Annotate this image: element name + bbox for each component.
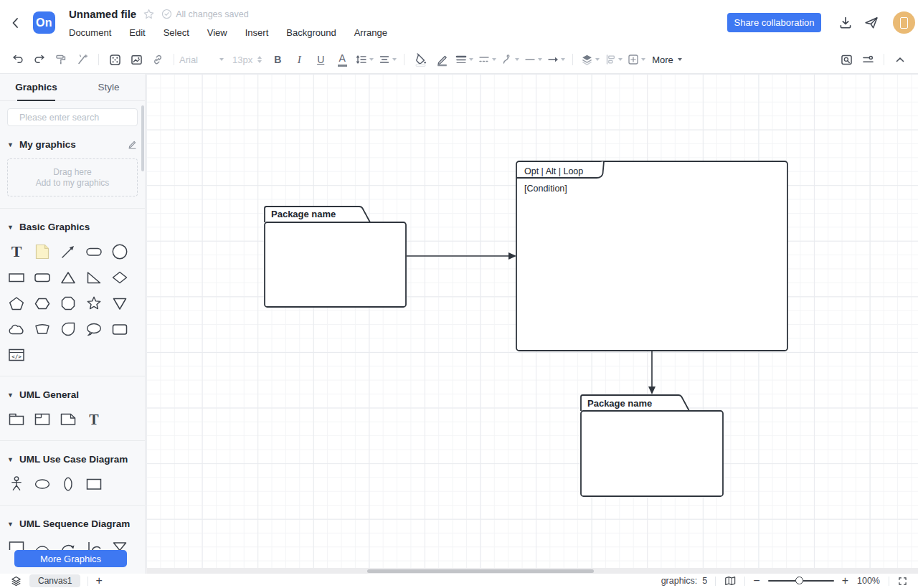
minimap-icon[interactable] <box>724 575 737 587</box>
shape-found-message[interactable] <box>85 539 103 550</box>
edit-pencil-icon[interactable] <box>127 139 138 150</box>
align-objects-icon[interactable] <box>604 50 623 69</box>
layers-icon[interactable] <box>580 50 600 69</box>
zoom-in-button[interactable]: + <box>842 575 848 587</box>
scrollbar-thumb[interactable] <box>367 569 594 573</box>
shape-frame-rectangle[interactable] <box>110 320 129 338</box>
bold-button[interactable]: B <box>269 50 286 69</box>
canvas-horizontal-scrollbar[interactable] <box>146 568 918 574</box>
share-collaboration-button[interactable]: Share collaboration <box>727 13 821 32</box>
line-spacing-icon[interactable] <box>355 50 374 69</box>
shape-star[interactable] <box>85 294 103 313</box>
section-my-graphics[interactable]: ▼ My graphics <box>7 139 138 150</box>
avatar[interactable] <box>893 11 915 34</box>
shape-teardrop[interactable] <box>59 320 77 338</box>
shape-self-message-arc[interactable] <box>59 539 77 550</box>
link-icon[interactable] <box>149 50 166 69</box>
zoom-slider[interactable] <box>768 576 834 586</box>
zoom-level[interactable]: 100% <box>856 576 881 586</box>
tab-style[interactable]: Style <box>72 74 145 100</box>
app-logo[interactable]: On <box>33 11 55 34</box>
magic-pen-icon[interactable] <box>74 50 91 69</box>
line-dash-icon[interactable] <box>478 50 496 69</box>
shape-right-triangle[interactable] <box>85 268 103 287</box>
menu-background[interactable]: Background <box>286 27 336 38</box>
line-width-icon[interactable] <box>455 50 473 69</box>
my-graphics-dropzone[interactable]: Drag here Add to my graphics <box>7 158 138 196</box>
shape-rounded-rectangle[interactable] <box>33 268 52 287</box>
settings-sliders-icon[interactable] <box>859 50 876 69</box>
connector-package1-to-frame[interactable] <box>407 252 516 260</box>
shape-sticky-note[interactable] <box>33 242 52 261</box>
layers-panel-icon[interactable] <box>10 575 22 587</box>
shape-uml-text[interactable]: T <box>85 410 103 429</box>
menu-edit[interactable]: Edit <box>129 27 145 38</box>
download-icon[interactable] <box>838 15 853 31</box>
more-graphics-button[interactable]: More Graphics <box>14 550 127 567</box>
shape-code-block[interactable]: </> <box>7 346 26 364</box>
text-align-icon[interactable] <box>378 50 397 69</box>
send-icon[interactable] <box>863 15 879 31</box>
section-uml-sequence[interactable]: ▼ UML Sequence Diagram <box>7 518 138 529</box>
shape-actor[interactable] <box>7 475 26 493</box>
arrow-type-icon[interactable] <box>546 50 565 69</box>
menu-insert[interactable]: Insert <box>245 27 269 38</box>
zoom-out-button[interactable]: − <box>753 575 760 587</box>
auto-size-icon[interactable] <box>627 50 645 69</box>
collapse-toolbar-icon[interactable] <box>891 50 909 69</box>
font-size-select[interactable]: 13px <box>232 54 262 65</box>
fullscreen-icon[interactable] <box>897 576 908 587</box>
shape-circle[interactable] <box>110 242 129 261</box>
shape-use-case-ellipse[interactable] <box>33 475 52 493</box>
menu-view[interactable]: View <box>207 27 227 38</box>
shape-arrow-line[interactable] <box>59 242 77 261</box>
shape-triangle[interactable] <box>59 268 77 287</box>
add-canvas-button[interactable]: + <box>95 575 102 587</box>
font-family-select[interactable]: Arial <box>179 54 224 65</box>
menu-arrange[interactable]: Arrange <box>354 27 387 38</box>
shape-text-tool[interactable]: T <box>7 242 26 261</box>
menu-select[interactable]: Select <box>164 27 189 38</box>
shape-cloud[interactable] <box>7 320 26 338</box>
shape-curved-trapezoid[interactable] <box>33 320 52 338</box>
redo-icon[interactable] <box>31 50 48 69</box>
shape-inverted-triangle[interactable] <box>110 294 129 313</box>
font-color-button[interactable]: A <box>333 50 351 69</box>
shape-pentagon[interactable] <box>7 294 26 313</box>
shape-oval-callout[interactable] <box>85 320 103 338</box>
underline-button[interactable]: U <box>312 50 329 69</box>
menu-document[interactable]: Document <box>69 27 111 38</box>
sidebar-scrollbar[interactable] <box>141 105 144 171</box>
shape-lifeline-arc[interactable] <box>33 539 52 550</box>
shape-stadium[interactable] <box>85 242 103 261</box>
star-icon[interactable] <box>143 8 155 20</box>
uml-frame-opt-alt-loop[interactable]: Opt | Alt | Loop [Condition] <box>516 161 787 351</box>
shape-octagon[interactable] <box>59 294 77 313</box>
back-icon[interactable] <box>7 14 24 32</box>
shape-hexagon[interactable] <box>33 294 52 313</box>
line-type-icon[interactable] <box>524 50 542 69</box>
shape-destroy-marker[interactable] <box>110 539 129 550</box>
shape-uml-package[interactable] <box>7 410 26 429</box>
shape-system-boundary[interactable] <box>85 475 103 493</box>
undo-icon[interactable] <box>9 50 27 69</box>
section-uml-use-case[interactable]: ▼ UML Use Case Diagram <box>7 454 138 465</box>
shape-rectangle[interactable] <box>7 268 26 287</box>
uml-package-2[interactable]: Package name <box>581 395 723 496</box>
zoom-slider-knob[interactable] <box>795 577 803 584</box>
connector-frame-to-package2[interactable] <box>648 351 656 394</box>
shape-diamond[interactable] <box>110 268 129 287</box>
section-basic-graphics[interactable]: ▼ Basic Graphics <box>7 222 138 232</box>
canvas-tab[interactable]: Canvas1 <box>29 574 80 587</box>
search-input[interactable] <box>18 112 136 123</box>
line-color-icon[interactable] <box>433 50 450 69</box>
shape-uml-note[interactable] <box>59 410 77 429</box>
format-painter-icon[interactable] <box>52 50 70 69</box>
shape-uml-frame[interactable] <box>33 410 52 429</box>
image-icon[interactable] <box>128 50 145 69</box>
uml-package-1[interactable]: Package name <box>265 207 406 307</box>
connector-type-icon[interactable] <box>501 50 519 69</box>
fill-color-icon[interactable] <box>412 50 429 69</box>
document-title[interactable]: Unnamed file <box>69 8 136 20</box>
shape-object-rect[interactable] <box>7 539 26 550</box>
